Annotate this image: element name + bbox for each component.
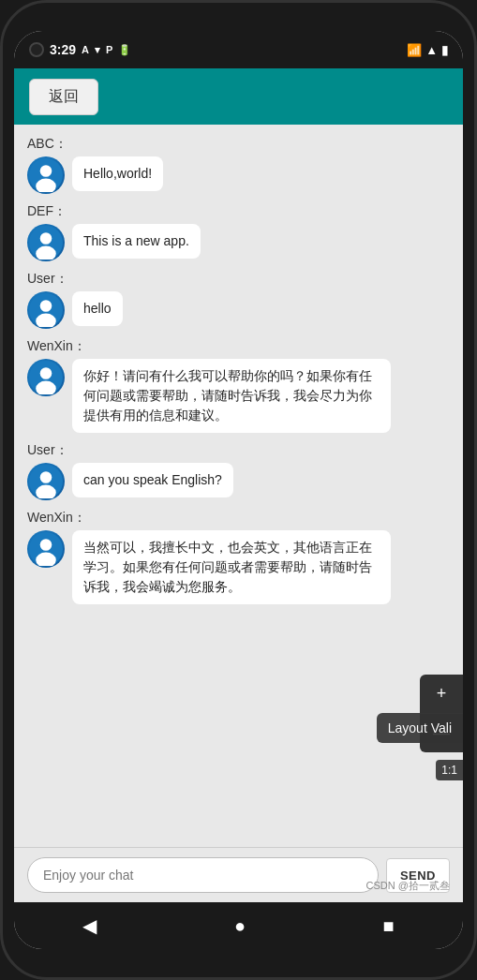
message-bubble-user1: hello [72, 291, 123, 326]
app-header: 返回 [14, 68, 463, 125]
back-button[interactable]: 返回 [29, 79, 98, 115]
plus-button[interactable]: + [420, 675, 463, 714]
battery-icon: ▮ [441, 43, 448, 57]
nav-bar: ◀ ● ■ [14, 902, 463, 949]
status-left: 3:29 A ▾ P 🔋 [29, 42, 131, 57]
message-row-user1: hello [27, 291, 450, 329]
home-nav-icon[interactable]: ● [234, 915, 246, 937]
message-group-abc: ABC： Hello,world! [27, 136, 450, 194]
sender-wenxin2: WenXin： [27, 510, 450, 527]
input-area: SEND [14, 847, 463, 902]
sender-user2: User： [27, 442, 450, 459]
message-group-wenxin2: WenXin： 当然可以，我擅长中文，也会英文，其他语言正在学习。如果您有任何问… [27, 510, 450, 604]
phone-screen: 3:29 A ▾ P 🔋 📶 ▲ ▮ 返回 ABC： [14, 31, 463, 949]
message-row-abc: Hello,world! [27, 156, 450, 194]
avatar-user2 [27, 463, 65, 500]
sender-user1: User： [27, 271, 450, 288]
camera-dot [29, 42, 44, 57]
svg-point-4 [40, 232, 52, 245]
svg-point-1 [40, 165, 52, 177]
svg-point-7 [40, 300, 52, 312]
sender-def: DEF： [27, 203, 450, 220]
avatar-def [27, 224, 65, 261]
svg-point-13 [40, 471, 52, 483]
phone-frame: 3:29 A ▾ P 🔋 📶 ▲ ▮ 返回 ABC： [0, 0, 477, 980]
message-group-user2: User： can you speak English? [27, 442, 450, 500]
message-bubble-def: This is a new app. [72, 224, 201, 259]
avatar-user1 [27, 291, 65, 329]
status-icon-a: A [82, 44, 89, 55]
message-row-wenxin1: 你好！请问有什么我可以帮助你的吗？如果你有任何问题或需要帮助，请随时告诉我，我会… [27, 359, 450, 433]
message-input[interactable] [27, 857, 379, 893]
status-icon-p: P [106, 44, 112, 55]
svg-point-16 [40, 539, 52, 551]
status-time: 3:29 [50, 42, 76, 57]
message-group-wenxin1: WenXin： 你好！请问有什么我可以帮助你的吗？如果你有任何问题或需要帮助，请… [27, 338, 450, 433]
message-row-def: This is a new app. [27, 224, 450, 261]
message-bubble-wenxin2: 当然可以，我擅长中文，也会英文，其他语言正在学习。如果您有任何问题或者需要帮助，… [72, 530, 391, 604]
avatar-wenxin1 [27, 359, 65, 396]
recents-nav-icon[interactable]: ■ [383, 915, 395, 937]
status-icons-right: 📶 ▲ ▮ [407, 43, 448, 57]
status-icon-battery: 🔋 [118, 44, 131, 56]
layout-tooltip: Layout Vali [377, 713, 463, 743]
message-bubble-user2: can you speak English? [72, 463, 233, 497]
avatar-abc [27, 156, 65, 194]
csdn-watermark: CSDN @拾一贰叁 [366, 879, 450, 893]
wifi-icon: 📶 [407, 43, 422, 57]
sender-abc: ABC： [27, 136, 450, 153]
avatar-wenxin2 [27, 530, 65, 568]
message-row-user2: can you speak English? [27, 463, 450, 500]
ratio-indicator: 1:1 [436, 760, 463, 780]
signal-icon: ▲ [425, 43, 438, 57]
back-nav-icon[interactable]: ◀ [82, 914, 97, 937]
status-icon-signal: ▾ [95, 44, 100, 56]
message-group-user1: User： hello [27, 271, 450, 329]
sender-wenxin1: WenXin： [27, 338, 450, 355]
message-group-def: DEF： This is a new app. [27, 203, 450, 261]
message-bubble-wenxin1: 你好！请问有什么我可以帮助你的吗？如果你有任何问题或需要帮助，请随时告诉我，我会… [72, 359, 391, 433]
message-row-wenxin2: 当然可以，我擅长中文，也会英文，其他语言正在学习。如果您有任何问题或者需要帮助，… [27, 530, 450, 604]
message-bubble-abc: Hello,world! [72, 156, 163, 191]
svg-point-10 [40, 367, 52, 379]
status-bar: 3:29 A ▾ P 🔋 📶 ▲ ▮ [14, 31, 463, 68]
